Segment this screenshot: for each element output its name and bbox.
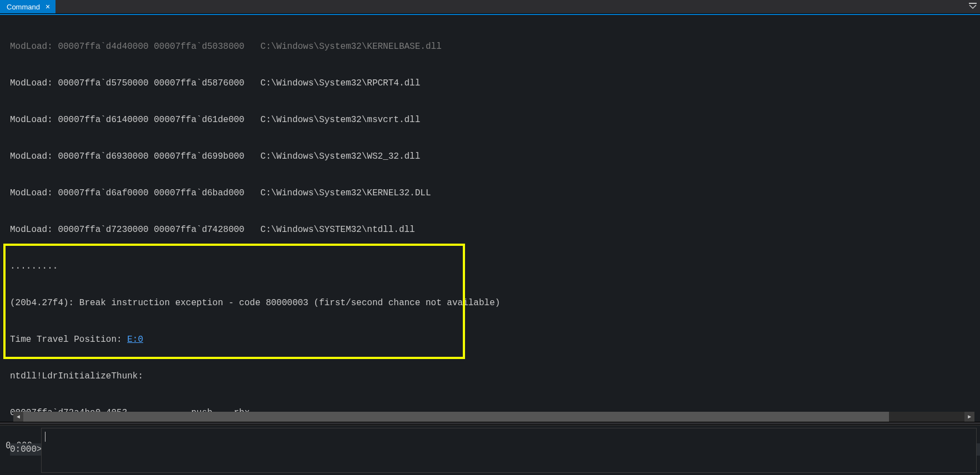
output-line: ......... (10, 260, 980, 272)
output-line: ntdll!LdrInitializeThunk: (10, 370, 980, 382)
output-text: ModLoad: 00007ffa`d4d40000 00007ffa`d503… (0, 15, 980, 475)
window-menu-button[interactable] (966, 0, 980, 13)
scroll-left-button[interactable]: ◄ (13, 412, 23, 422)
output-line: ModLoad: 00007ffa`d6af0000 00007ffa`d6ba… (10, 187, 980, 199)
output-line: Time Travel Position: E:0 (10, 333, 980, 346)
tab-command[interactable]: Command × (0, 0, 55, 13)
tab-spacer (55, 0, 966, 13)
output-line: ModLoad: 00007ffa`d6930000 00007ffa`d699… (10, 150, 980, 163)
tab-strip: Command × (0, 0, 980, 14)
command-input-pane: 0:000> (0, 425, 980, 475)
command-input[interactable] (42, 428, 976, 472)
tab-title: Command (7, 3, 40, 11)
output-line: ModLoad: 00007ffa`d7230000 00007ffa`d742… (10, 224, 980, 236)
command-input-wrap[interactable] (41, 428, 977, 473)
output-line: ModLoad: 00007ffa`d5750000 00007ffa`d587… (10, 77, 980, 89)
output-pane[interactable]: ModLoad: 00007ffa`d4d40000 00007ffa`d503… (0, 15, 980, 422)
close-icon[interactable]: × (46, 3, 50, 11)
chevron-down-icon (969, 3, 977, 11)
debugger-window: Command × ModLoad: 00007ffa`d4d40000 000… (0, 0, 980, 475)
scroll-track[interactable] (23, 412, 964, 422)
output-line: ModLoad: 00007ffa`d6140000 00007ffa`d61d… (10, 114, 980, 126)
time-travel-link[interactable]: E:0 (127, 335, 143, 345)
scroll-thumb[interactable] (23, 412, 889, 422)
output-line: (20b4.27f4): Break instruction exception… (10, 297, 980, 309)
svg-rect-0 (969, 3, 977, 4)
text-caret (45, 432, 46, 442)
ttp-label: Time Travel Position: (10, 335, 127, 345)
horizontal-scrollbar[interactable]: ◄ ► (13, 412, 974, 422)
output-line: ModLoad: 00007ffa`d4d40000 00007ffa`d503… (10, 41, 980, 53)
scroll-right-button[interactable]: ► (964, 412, 974, 422)
